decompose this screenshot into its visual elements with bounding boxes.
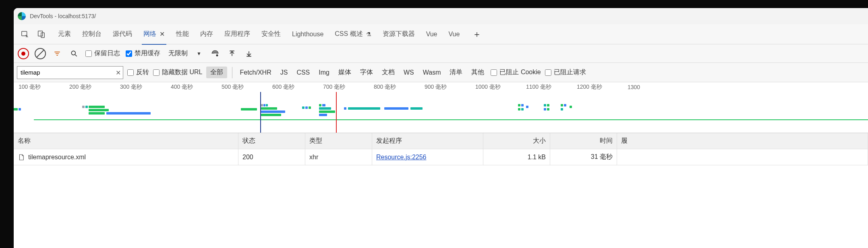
timeline-overview[interactable]: 100 毫秒 200 毫秒 300 毫秒 400 毫秒 500 毫秒 600 毫… (14, 82, 868, 133)
hide-data-urls-checkbox[interactable]: 隐藏数据 URL (153, 68, 202, 77)
tab-elements[interactable]: 元素 (53, 24, 76, 44)
svg-rect-1 (38, 31, 43, 36)
timeline-body (14, 92, 868, 133)
tab-memory[interactable]: 内存 (195, 24, 218, 44)
type-fetch-xhr[interactable]: Fetch/XHR (237, 69, 273, 76)
cell-size: 1.1 kB (528, 154, 546, 161)
preserve-log-checkbox[interactable]: 保留日志 (85, 49, 120, 58)
blocked-requests-checkbox[interactable]: 已阻止请求 (545, 68, 586, 77)
network-toolbar: 保留日志 禁用缓存 无限制 ▼ (14, 44, 868, 63)
disable-cache-checkbox[interactable]: 禁用缓存 (126, 49, 160, 58)
filter-bar: ✕ 反转 隐藏数据 URL 全部 Fetch/XHR JS CSS Img 媒体… (14, 63, 868, 82)
type-font[interactable]: 字体 (358, 68, 375, 77)
type-wasm[interactable]: Wasm (421, 69, 443, 76)
load-event-marker (336, 92, 337, 133)
cell-time: 31 毫秒 (591, 153, 613, 161)
tab-vue-1[interactable]: Vue (421, 24, 442, 44)
inspect-element-icon[interactable] (18, 27, 32, 42)
throttling-select[interactable]: 无限制 ▼ (166, 49, 204, 58)
window-title: DevTools - localhost:5173/ (30, 13, 96, 19)
cell-type: xhr (309, 154, 318, 161)
filter-input[interactable] (17, 66, 123, 79)
tab-console[interactable]: 控制台 (77, 24, 106, 44)
main-tabs: 元素 控制台 源代码 网络 ✕ 性能 内存 应用程序 安全性 Lighthous… (14, 24, 868, 44)
type-manifest[interactable]: 清单 (447, 68, 465, 77)
close-tab-icon[interactable]: ✕ (160, 30, 165, 38)
cell-initiator[interactable]: Resource.js:2256 (376, 154, 427, 161)
titlebar: DevTools - localhost:5173/ (14, 8, 868, 24)
clear-button[interactable] (35, 48, 46, 59)
type-all[interactable]: 全部 (206, 67, 227, 78)
header-type[interactable]: 类型 (305, 133, 372, 149)
add-tab-icon[interactable]: ＋ (469, 28, 485, 40)
cell-name: tilemapresource.xml (28, 154, 86, 161)
type-doc[interactable]: 文档 (379, 68, 397, 77)
tab-security[interactable]: 安全性 (257, 24, 286, 44)
svg-point-3 (71, 51, 75, 55)
type-other[interactable]: 其他 (469, 68, 487, 77)
clear-filter-icon[interactable]: ✕ (116, 69, 121, 76)
header-waterfall[interactable]: 履 (617, 133, 868, 149)
record-button[interactable] (18, 48, 29, 59)
type-ws[interactable]: WS (401, 69, 416, 76)
device-toggle-icon[interactable] (34, 27, 48, 42)
tab-css-overview[interactable]: CSS 概述⚗ (330, 24, 376, 44)
timeline-ruler: 100 毫秒 200 毫秒 300 毫秒 400 毫秒 500 毫秒 600 毫… (14, 82, 868, 92)
header-initiator[interactable]: 发起程序 (372, 133, 483, 149)
export-har-icon[interactable] (243, 48, 255, 59)
table-row[interactable]: tilemapresource.xml 200 xhr Resource.js:… (14, 149, 868, 165)
chevron-down-icon: ▼ (197, 51, 201, 56)
network-conditions-icon[interactable] (209, 48, 221, 59)
header-time[interactable]: 时间 (550, 133, 617, 149)
tab-network[interactable]: 网络 ✕ (139, 24, 170, 44)
invert-checkbox[interactable]: 反转 (127, 68, 149, 77)
file-icon (18, 153, 25, 161)
tab-resource-downloader[interactable]: 资源下载器 (378, 24, 420, 44)
devtools-window: DevTools - localhost:5173/ 元素 控制台 源代码 网络… (14, 8, 868, 248)
type-img[interactable]: Img (316, 69, 332, 76)
table-header: 名称 状态 类型 发起程序 大小 时间 履 (14, 133, 868, 149)
type-css[interactable]: CSS (294, 69, 312, 76)
timeline-long-request (34, 119, 868, 120)
svg-point-4 (216, 54, 218, 56)
type-js[interactable]: JS (278, 69, 290, 76)
edge-logo-icon (18, 12, 26, 20)
header-size[interactable]: 大小 (483, 133, 550, 149)
header-name[interactable]: 名称 (14, 133, 238, 149)
type-media[interactable]: 媒体 (336, 68, 354, 77)
filter-toggle-icon[interactable] (52, 48, 63, 59)
flask-icon: ⚗ (366, 31, 371, 38)
tab-lighthouse[interactable]: Lighthouse (287, 24, 328, 44)
search-icon[interactable] (68, 48, 80, 59)
cell-status: 200 (242, 154, 253, 161)
cell-waterfall (617, 149, 868, 165)
request-table: 名称 状态 类型 发起程序 大小 时间 履 tilemapresource.xm… (14, 133, 868, 248)
tab-vue-2[interactable]: Vue (444, 24, 465, 44)
blocked-cookies-checkbox[interactable]: 已阻止 Cookie (491, 68, 541, 77)
tab-performance[interactable]: 性能 (171, 24, 194, 44)
tab-sources[interactable]: 源代码 (108, 24, 137, 44)
header-status[interactable]: 状态 (238, 133, 305, 149)
import-har-icon[interactable] (226, 48, 238, 59)
tab-application[interactable]: 应用程序 (220, 24, 255, 44)
